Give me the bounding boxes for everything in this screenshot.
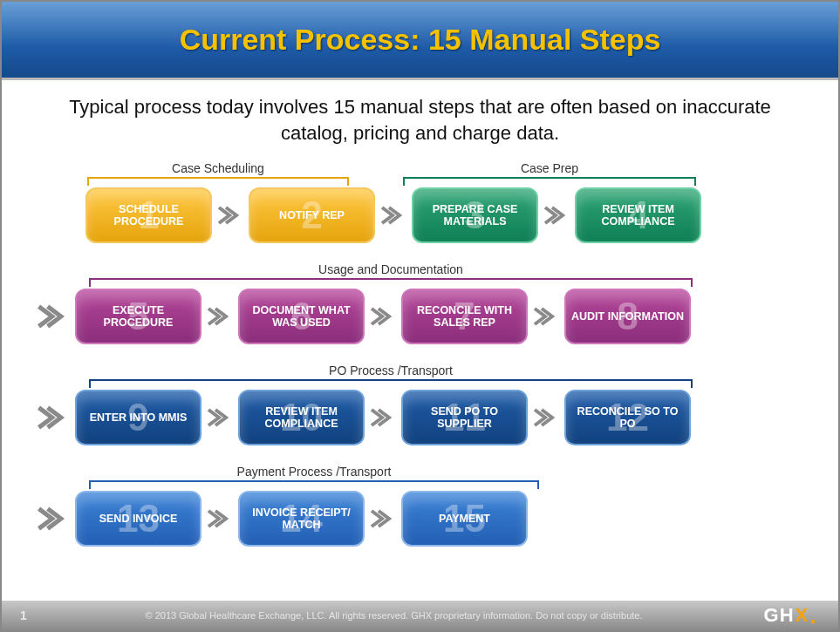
bracket-payment	[89, 480, 539, 489]
phase-row-1: Case Scheduling Case Prep 1SCHEDULE PROC…	[37, 161, 803, 243]
return-arrow-icon	[37, 502, 70, 535]
step-14: 14INVOICE RECEIPT/ MATCH	[238, 491, 365, 547]
arrow-icon	[370, 404, 396, 431]
step-7: 7RECONCILE WITH SALES REP	[401, 289, 528, 344]
step-8: 8AUDIT INFORMATION	[564, 289, 691, 344]
step-10: 10REVIEW ITEM COMPLIANCE	[238, 390, 365, 445]
return-arrow-icon	[37, 401, 70, 434]
step-6: 6DOCUMENT WHAT WAS USED	[238, 289, 365, 344]
group-label-payment: Payment Process /Transport	[89, 465, 539, 479]
bracket-po	[89, 379, 693, 388]
arrow-icon	[207, 506, 233, 532]
arrow-icon	[370, 303, 396, 330]
arrow-icon	[380, 202, 406, 228]
ghx-logo: GHX.	[742, 604, 838, 627]
slide-header: Current Process: 15 Manual Steps	[2, 2, 838, 80]
copyright-text: © 2013 Global Healthcare Exchange, LLC. …	[45, 610, 742, 621]
arrow-icon	[207, 303, 233, 330]
slide-title: Current Process: 15 Manual Steps	[180, 23, 661, 57]
group-label-usage: Usage and Documentation	[89, 262, 693, 276]
logo-x: X	[796, 604, 809, 627]
group-label-po: PO Process /Transport	[89, 364, 693, 377]
page-number: 1	[2, 608, 45, 622]
phase-row-2: Usage and Documentation 5EXECUTE PROCEDU…	[37, 262, 803, 344]
bracket-usage	[89, 278, 693, 287]
group-label-scheduling: Case Scheduling	[87, 161, 349, 175]
phase-row-3: PO Process /Transport 9ENTER INTO MMIS 1…	[37, 364, 803, 445]
step-4: 4REVIEW ITEM COMPLIANCE	[575, 187, 701, 243]
arrow-icon	[207, 404, 233, 431]
step-5: 5EXECUTE PROCEDURE	[75, 289, 201, 344]
arrow-icon	[543, 202, 570, 228]
step-1: 1SCHEDULE PROCEDURE	[85, 187, 212, 243]
bracket-scheduling	[87, 177, 349, 186]
step-12: 12RECONCILE SO TO PO	[564, 390, 691, 445]
slide-subhead: Typical process today involves 15 manual…	[2, 80, 838, 154]
step-2: 2NOTIFY REP	[249, 187, 375, 243]
arrow-icon	[370, 506, 396, 532]
slide-footer: 1 © 2013 Global Healthcare Exchange, LLC…	[2, 601, 838, 630]
arrow-icon	[533, 404, 559, 431]
logo-gh: GH	[764, 604, 795, 627]
step-15: 15PAYMENT	[401, 491, 528, 547]
step-13: 13SEND INVOICE	[75, 491, 201, 547]
bracket-caseprep	[403, 177, 696, 186]
group-label-caseprep: Case Prep	[403, 161, 696, 175]
process-diagram: Case Scheduling Case Prep 1SCHEDULE PROC…	[2, 154, 838, 547]
step-11: 11SEND PO TO SUPPLIER	[401, 390, 528, 445]
arrow-icon	[533, 303, 559, 330]
phase-row-4: Payment Process /Transport 13SEND INVOIC…	[37, 465, 803, 547]
step-3: 3PREPARE CASE MATERIALS	[412, 187, 538, 243]
return-arrow-icon	[37, 300, 70, 333]
arrow-icon	[217, 202, 243, 228]
step-9: 9ENTER INTO MMIS	[75, 390, 201, 445]
